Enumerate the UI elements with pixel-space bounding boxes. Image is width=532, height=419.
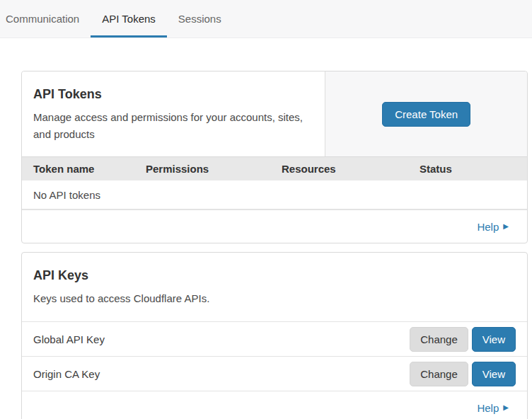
api-keys-help-row: Help ▶ bbox=[22, 391, 527, 419]
key-row-origin-ca-key: Origin CA Key Change View bbox=[22, 356, 527, 391]
help-link-label: Help bbox=[477, 221, 499, 233]
arrow-right-icon: ▶ bbox=[503, 223, 509, 230]
api-keys-card-header: API Keys Keys used to access Cloudflare … bbox=[22, 253, 527, 321]
view-global-api-key-button[interactable]: View bbox=[472, 327, 516, 352]
change-global-api-key-button[interactable]: Change bbox=[410, 327, 468, 352]
api-tokens-card-header: API Tokens Manage access and permissions… bbox=[22, 71, 527, 156]
api-tokens-help-link[interactable]: Help ▶ bbox=[477, 221, 509, 233]
help-link-label: Help bbox=[477, 402, 499, 414]
arrow-right-icon: ▶ bbox=[503, 404, 509, 411]
key-row-global-api-key: Global API Key Change View bbox=[22, 321, 527, 356]
api-tokens-card-header-text: API Tokens Manage access and permissions… bbox=[22, 71, 325, 156]
api-tokens-description: Manage access and permissions for your a… bbox=[33, 109, 305, 143]
column-header-token-name: Token name bbox=[33, 163, 146, 175]
key-row-actions: Change View bbox=[410, 327, 516, 352]
api-tokens-card: API Tokens Manage access and permissions… bbox=[21, 71, 528, 243]
page-content: API Tokens Manage access and permissions… bbox=[0, 38, 532, 419]
api-keys-help-link[interactable]: Help ▶ bbox=[477, 402, 509, 414]
api-keys-card: API Keys Keys used to access Cloudflare … bbox=[21, 252, 528, 419]
tab-api-tokens[interactable]: API Tokens bbox=[91, 0, 167, 38]
column-header-resources: Resources bbox=[282, 163, 420, 175]
tab-sessions[interactable]: Sessions bbox=[167, 0, 233, 38]
key-row-actions: Change View bbox=[410, 362, 516, 386]
tokens-empty-state: No API tokens bbox=[22, 180, 527, 210]
tokens-table-header: Token name Permissions Resources Status bbox=[22, 156, 527, 180]
api-keys-title: API Keys bbox=[33, 268, 516, 283]
api-tokens-title: API Tokens bbox=[33, 87, 305, 102]
tab-communication[interactable]: Communication bbox=[6, 0, 91, 38]
view-origin-ca-key-button[interactable]: View bbox=[472, 362, 516, 386]
create-token-button[interactable]: Create Token bbox=[382, 102, 470, 127]
profile-tabbar: Communication API Tokens Sessions bbox=[0, 0, 532, 38]
change-origin-ca-key-button[interactable]: Change bbox=[410, 362, 468, 386]
api-keys-description: Keys used to access Cloudflare APIs. bbox=[33, 290, 516, 307]
column-header-permissions: Permissions bbox=[146, 163, 282, 175]
api-tokens-help-row: Help ▶ bbox=[22, 210, 527, 243]
key-name-label: Global API Key bbox=[33, 333, 410, 345]
api-tokens-card-header-actions: Create Token bbox=[325, 71, 527, 156]
key-name-label: Origin CA Key bbox=[33, 368, 410, 380]
column-header-status: Status bbox=[420, 163, 516, 175]
